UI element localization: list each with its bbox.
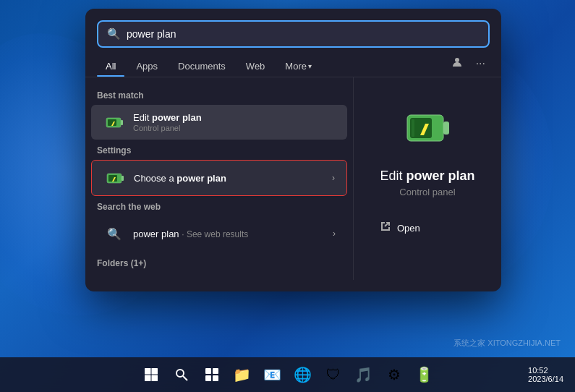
detail-icon [399, 99, 456, 157]
taskbar-edge[interactable]: 🌐 [290, 362, 316, 388]
taskbar-file-explorer[interactable]: 📁 [229, 362, 255, 388]
nav-right-icons: ··· [447, 55, 490, 77]
open-action[interactable]: Open [368, 215, 487, 241]
chevron-down-icon: ▾ [308, 62, 312, 70]
best-match-icon [103, 111, 126, 134]
svg-point-0 [455, 58, 459, 62]
settings-item-arrow: › [332, 173, 335, 183]
web-label: Search the web [85, 197, 353, 215]
svg-point-18 [176, 370, 184, 377]
best-match-label: Best match [85, 86, 353, 103]
best-match-text: Edit power plan Control panel [133, 112, 336, 132]
settings-item-text: Choose a power plan [134, 173, 332, 184]
best-match-item[interactable]: Edit power plan Control panel [91, 105, 347, 140]
search-bar: 🔍 [97, 20, 490, 48]
watermark: 系统之家 XITONGZHIJIA.NET [453, 338, 561, 349]
best-match-title: Edit power plan [133, 112, 336, 123]
web-item-arrow: › [333, 229, 336, 239]
taskbar-music[interactable]: 🎵 [351, 362, 377, 388]
taskbar-vpn[interactable]: 🛡 [320, 362, 346, 388]
svg-rect-16 [145, 375, 151, 382]
tab-all[interactable]: All [97, 56, 124, 76]
left-panel: Best match Edit power plan Control pa [85, 77, 353, 280]
taskbar-mail[interactable]: 📧 [260, 362, 286, 388]
taskbar: 📁 📧 🌐 🛡 🎵 ⚙ 🔋 10:52 2023/6/14 [0, 357, 575, 392]
svg-rect-6 [122, 176, 124, 181]
taskbar-battery[interactable]: 🔋 [412, 362, 438, 388]
more-options-icon[interactable]: ··· [472, 56, 490, 72]
svg-rect-23 [213, 375, 218, 381]
svg-rect-15 [151, 368, 158, 375]
open-label: Open [397, 223, 420, 234]
folders-label: Folders (1+) [85, 252, 353, 271]
search-icon: 🔍 [107, 27, 121, 41]
tab-apps[interactable]: Apps [127, 56, 166, 76]
detail-subtitle: Control panel [399, 187, 455, 197]
settings-item-icon [103, 166, 127, 189]
svg-rect-10 [443, 122, 449, 135]
settings-section: Settings Choose a power plan [85, 141, 353, 196]
tab-documents[interactable]: Documents [169, 56, 234, 76]
web-search-item[interactable]: 🔍 power plan · See web results › [91, 216, 347, 251]
taskbar-search-button[interactable] [169, 362, 195, 388]
svg-rect-20 [205, 368, 211, 374]
settings-item-title: Choose a power plan [134, 173, 332, 184]
tab-web[interactable]: Web [237, 56, 274, 76]
search-input[interactable] [127, 28, 480, 40]
svg-rect-2 [121, 120, 123, 125]
taskbar-settings[interactable]: ⚙ [381, 362, 407, 388]
svg-rect-22 [205, 375, 211, 381]
taskbar-time: 10:52 2023/6/14 [525, 365, 566, 385]
windows-start-button[interactable] [138, 362, 164, 388]
web-search-icon: 🔍 [103, 222, 126, 245]
right-panel: Edit power plan Control panel Open [353, 77, 501, 280]
web-item-main: power plan · See web results [133, 229, 333, 239]
settings-label: Settings [85, 141, 353, 158]
main-content: Best match Edit power plan Control pa [85, 77, 501, 280]
tab-more[interactable]: More ▾ [276, 56, 320, 76]
taskbar-taskview-button[interactable] [199, 362, 225, 388]
detail-title: Edit power plan [380, 169, 474, 184]
web-item-text: power plan · See web results [133, 229, 333, 239]
svg-rect-17 [151, 375, 158, 382]
best-match-subtitle: Control panel [133, 124, 336, 132]
search-window: 🔍 All Apps Documents Web More ▾ ··· Best… [85, 9, 501, 291]
settings-item[interactable]: Choose a power plan › [91, 160, 347, 196]
person-icon[interactable] [447, 55, 467, 72]
svg-rect-13 [412, 119, 414, 137]
open-icon [380, 221, 391, 235]
svg-rect-14 [145, 368, 151, 375]
svg-rect-21 [213, 368, 218, 374]
nav-tabs: All Apps Documents Web More ▾ ··· [85, 48, 501, 77]
web-section: Search the web 🔍 power plan · See web re… [85, 197, 353, 251]
taskbar-right: 10:52 2023/6/14 [525, 365, 566, 385]
svg-line-19 [183, 376, 187, 380]
